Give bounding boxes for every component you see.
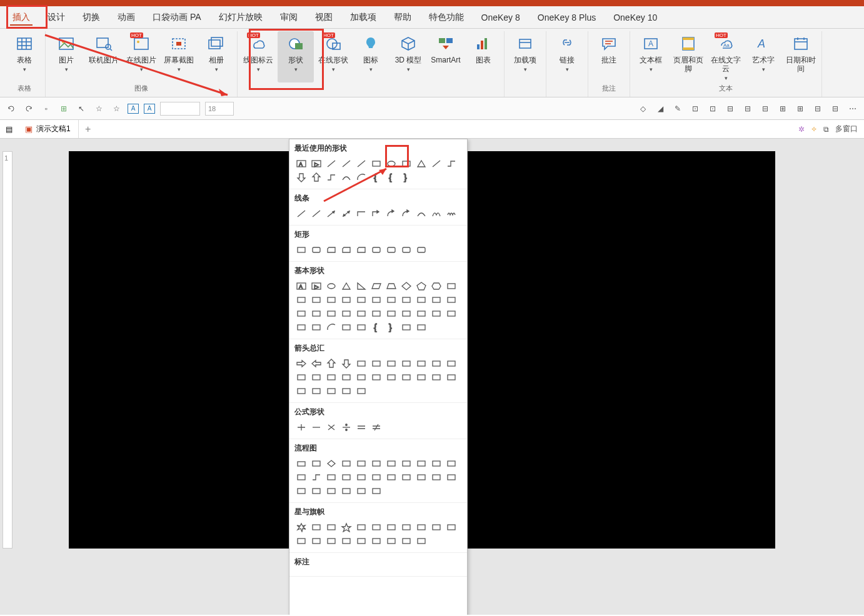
menu-tab-4[interactable]: 口袋动画 PA: [144, 8, 210, 27]
shape-curved-l[interactable]: [324, 371, 338, 384]
shape-oval[interactable]: [324, 280, 338, 292]
shape-arrow-u[interactable]: [324, 357, 338, 370]
shape-heart[interactable]: [414, 307, 428, 320]
shape-double-wave[interactable]: [384, 535, 398, 547]
shape-moon[interactable]: [294, 321, 308, 334]
shape-summing[interactable]: [369, 471, 383, 484]
fill-icon[interactable]: ◢: [654, 102, 666, 115]
shape-ribbon-curved-down[interactable]: [354, 535, 368, 547]
shape-brace-r[interactable]: }: [399, 171, 413, 184]
ribbon-link-button[interactable]: 链接▾: [549, 31, 585, 82]
shape-magnetic-disk[interactable]: [339, 485, 353, 497]
shape-arrow-up[interactable]: [309, 171, 323, 184]
shape-bent-up[interactable]: [294, 371, 308, 384]
shape-hexagon[interactable]: [429, 280, 443, 292]
menu-tab-7[interactable]: 视图: [306, 8, 341, 27]
shape-heptagon[interactable]: [445, 280, 458, 292]
distribute-icon[interactable]: ⊞: [794, 102, 806, 115]
shape-donut[interactable]: [354, 307, 368, 320]
shape-multi-doc[interactable]: [399, 457, 413, 470]
ribbon-datetime-button[interactable]: 日期和时间: [783, 31, 819, 82]
shape-direct-access[interactable]: [354, 485, 368, 497]
shape-curved-r[interactable]: [309, 371, 323, 384]
shape-star32[interactable]: [294, 535, 308, 547]
shape-card[interactable]: [339, 471, 353, 484]
menu-tab-10[interactable]: 特色功能: [420, 8, 473, 27]
shape-wave[interactable]: [369, 535, 383, 547]
shape-textbox-v[interactable]: ▷: [309, 157, 323, 170]
shape-cloud[interactable]: [309, 321, 323, 334]
shape-can[interactable]: [309, 307, 323, 320]
document-tab[interactable]: ▣ 演示文稿1: [18, 120, 79, 138]
shape-merge[interactable]: [445, 471, 458, 484]
shape-chevron[interactable]: [414, 371, 428, 384]
shape-curve-arrow[interactable]: [384, 207, 398, 220]
shape-snip-rect[interactable]: [354, 244, 368, 256]
shape-curve[interactable]: [414, 207, 428, 220]
shape-rounded-rect[interactable]: [399, 244, 413, 256]
shape-star8[interactable]: [384, 521, 398, 534]
shape-manual-op[interactable]: [294, 471, 308, 484]
shape-decagon[interactable]: [309, 294, 323, 306]
shape-curve-arrow[interactable]: [399, 207, 413, 220]
menu-tab-5[interactable]: 幻灯片放映: [210, 8, 271, 27]
shape-line[interactable]: [339, 157, 353, 170]
shape-rounded-rect[interactable]: [309, 244, 323, 256]
shape-triangle[interactable]: [414, 157, 428, 170]
textbox-a-icon[interactable]: A: [128, 104, 139, 114]
menu-tab-12[interactable]: OneKey 8 Plus: [529, 9, 605, 26]
distribute-icon[interactable]: ⊞: [776, 102, 789, 115]
shape-line[interactable]: [294, 207, 308, 220]
font-size-combo[interactable]: 18: [205, 102, 234, 116]
shape-scribble[interactable]: [445, 207, 458, 220]
menu-tab-6[interactable]: 审阅: [271, 8, 306, 27]
shape-arc[interactable]: [324, 321, 338, 334]
shape-bracket-l[interactable]: [339, 321, 353, 334]
ribbon-comment-button[interactable]: 批注: [591, 31, 627, 82]
shape-terminator[interactable]: [414, 457, 428, 470]
shape-punched-tape[interactable]: [354, 471, 368, 484]
shape-quad-arrow[interactable]: [384, 357, 398, 370]
shape-ribbon-down[interactable]: [324, 535, 338, 547]
menu-tab-11[interactable]: OneKey 8: [473, 9, 529, 26]
shape-connector[interactable]: [324, 171, 338, 184]
shape-arrow[interactable]: [324, 207, 338, 220]
shape-curved-u[interactable]: [339, 371, 353, 384]
shape-smiley[interactable]: [399, 307, 413, 320]
shape-left-up[interactable]: [445, 357, 458, 370]
ribbon-shapes-online-button[interactable]: HOT在线形状▾: [315, 31, 351, 82]
shape-data[interactable]: [339, 457, 353, 470]
shape-arrow-l[interactable]: [309, 357, 323, 370]
shape-callout-u[interactable]: [294, 385, 308, 397]
align-icon[interactable]: ⊞: [58, 102, 70, 115]
shape-sun[interactable]: [445, 307, 458, 320]
align-tool-icon[interactable]: ⊟: [759, 102, 771, 115]
shape-stored-data[interactable]: [294, 485, 308, 497]
star-outline-icon[interactable]: ☆: [93, 102, 105, 115]
shape-freeform[interactable]: [429, 207, 443, 220]
ribbon-addin-button[interactable]: 加载项▾: [507, 31, 543, 82]
ribbon-textbox-button[interactable]: A文本框▾: [633, 31, 669, 82]
shape-process[interactable]: [294, 457, 308, 470]
shape-textbox-h[interactable]: A: [294, 157, 308, 170]
redo-icon[interactable]: [23, 102, 35, 115]
shape-tool-icon[interactable]: ◇: [636, 102, 649, 115]
menu-tab-9[interactable]: 帮助: [385, 8, 420, 27]
group-icon[interactable]: ⊡: [689, 102, 701, 115]
shape-elbow[interactable]: [354, 207, 368, 220]
shape-bracket-r[interactable]: [354, 321, 368, 334]
shape-pie[interactable]: [339, 294, 353, 306]
shape-circular[interactable]: [354, 385, 368, 397]
shape-bent-arrow[interactable]: [414, 357, 428, 370]
shape-predefined[interactable]: [354, 457, 368, 470]
shape-diamond[interactable]: [399, 280, 413, 292]
shape-no-symbol[interactable]: [369, 307, 383, 320]
shape-alt-process[interactable]: [309, 457, 323, 470]
distribute-icon[interactable]: ⊟: [829, 102, 841, 115]
textbox-a-icon[interactable]: A: [144, 104, 155, 114]
shape-chord[interactable]: [354, 294, 368, 306]
list-tab[interactable]: ▤: [0, 125, 18, 134]
shape-arc[interactable]: [354, 171, 368, 184]
ribbon-wordcloud-button[interactable]: AaHOT在线文字云▾: [708, 31, 744, 82]
align-tool-icon[interactable]: ⊟: [741, 102, 754, 115]
